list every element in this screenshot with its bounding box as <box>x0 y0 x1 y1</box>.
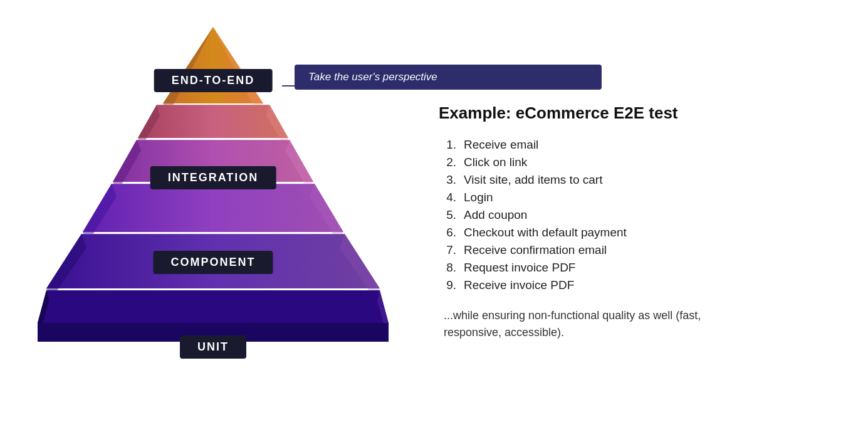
list-item: Receive confirmation email <box>439 243 843 257</box>
list-item: Receive email <box>439 138 843 152</box>
non-functional-note: ...while ensuring non-functional quality… <box>439 307 752 341</box>
list-item: Click on link <box>439 155 843 169</box>
list-item: Request invoice PDF <box>439 261 843 275</box>
list-item: Receive invoice PDF <box>439 278 843 292</box>
label-unit: UNIT <box>180 335 246 359</box>
svg-marker-3 <box>138 105 288 138</box>
pyramid-section: END-TO-END INTEGRATION COMPONENT UNIT Ta… <box>25 13 401 420</box>
example-title: Example: eCommerce E2E test <box>439 103 843 123</box>
label-integration: INTEGRATION <box>150 166 276 189</box>
list-item: Login <box>439 191 843 204</box>
arrow-label-box: Take the user's perspective <box>295 65 602 90</box>
list-item: Visit site, add items to cart <box>439 173 843 187</box>
label-component: COMPONENT <box>154 251 273 274</box>
example-list: Receive email Click on link Visit site, … <box>439 138 843 292</box>
svg-marker-19 <box>38 290 389 323</box>
list-item: Checkout with default payment <box>439 226 843 240</box>
pyramid-wrapper: END-TO-END INTEGRATION COMPONENT UNIT Ta… <box>38 22 389 411</box>
main-container: END-TO-END INTEGRATION COMPONENT UNIT Ta… <box>0 0 868 432</box>
list-item: Add coupon <box>439 208 843 222</box>
svg-marker-11 <box>83 184 343 232</box>
label-end-to-end: END-TO-END <box>154 69 273 92</box>
content-section: Example: eCommerce E2E test Receive emai… <box>401 91 843 341</box>
